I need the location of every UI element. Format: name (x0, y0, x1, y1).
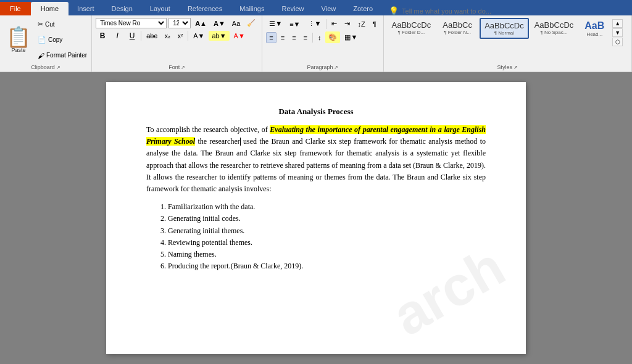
style-item-heading[interactable]: AaB Head... (579, 18, 610, 39)
document-area: arch Data Analysis Process To accomplish… (0, 72, 632, 364)
style-preview: AaBbCcDc (392, 20, 431, 30)
style-label: ¶ Folder N... (444, 30, 471, 35)
styles-down-button[interactable]: ▼ (612, 28, 623, 37)
increase-indent-button[interactable]: ⇥ (341, 18, 353, 30)
list-item-6: Producing the report.(Braun & Clarke, 20… (168, 260, 486, 272)
separator1 (141, 31, 141, 41)
show-formatting-button[interactable]: ¶ (370, 19, 380, 30)
document-page: arch Data Analysis Process To accomplish… (106, 82, 526, 354)
highlight-color-button[interactable]: ab▼ (209, 31, 229, 41)
bold-button[interactable]: B (96, 30, 109, 41)
font-size-select[interactable]: 12 (168, 18, 191, 28)
clipboard-actions: ✂ Cut 📄 Copy 🖌 Format Painter (35, 17, 89, 63)
tab-design[interactable]: Design (103, 2, 141, 15)
style-preview: AaBbCc (443, 20, 472, 30)
search-area: 💡 (381, 6, 632, 15)
tab-insert[interactable]: Insert (69, 2, 103, 15)
clear-formatting-button[interactable]: 🧹 (244, 18, 258, 28)
font-name-select[interactable]: Times New Ro (96, 18, 167, 28)
copy-label: Copy (48, 36, 62, 43)
clipboard-expand-icon[interactable]: ↗ (56, 65, 60, 70)
shading-button[interactable]: 🎨 (325, 31, 340, 43)
app-window: File Home Insert Design Layout Reference… (0, 0, 632, 364)
align-right-button[interactable]: ≡ (289, 32, 299, 43)
font-grow-button[interactable]: A▲ (193, 19, 209, 28)
ribbon: 📋 Paste ✂ Cut 📄 Copy 🖌 Format Pai (0, 15, 632, 72)
separator3 (326, 19, 326, 29)
style-item-folder-d[interactable]: AaBbCcDc ¶ Folder D... (388, 18, 436, 38)
tab-mailings[interactable]: Mailings (231, 2, 273, 15)
body-intro: To accomplish the research objective, of (146, 125, 270, 134)
paste-label: Paste (11, 47, 25, 53)
tab-review[interactable]: Review (273, 2, 313, 15)
style-preview: AaBbCcDc (484, 21, 524, 30)
sort-button[interactable]: ↕Z (354, 19, 368, 30)
format-painter-icon: 🖌 (38, 52, 44, 59)
style-label: ¶ Folder D... (397, 30, 425, 35)
tab-file[interactable]: File (0, 2, 31, 15)
styles-expand-icon[interactable]: ↗ (514, 65, 518, 70)
decrease-indent-button[interactable]: ⇤ (328, 18, 340, 30)
tab-references[interactable]: References (179, 2, 231, 15)
document-paragraph: To accomplish the research objective, of… (146, 124, 486, 195)
clipboard-group-label[interactable]: Clipboard ↗ (0, 64, 91, 70)
align-center-button[interactable]: ≡ (278, 32, 288, 43)
paste-icon: 📋 (6, 27, 31, 47)
justify-button[interactable]: ≡ (301, 32, 310, 43)
style-item-normal[interactable]: AaBbCcDc ¶ Normal (480, 18, 529, 39)
style-item-folder-n[interactable]: AaBbCc ¶ Folder N... (436, 18, 478, 38)
tab-zotero[interactable]: Zotero (344, 2, 381, 15)
paste-button[interactable]: 📋 Paste (2, 17, 35, 63)
borders-button[interactable]: ▦▼ (341, 31, 360, 43)
change-case-button[interactable]: Aa (230, 19, 243, 28)
scissors-icon: ✂ (38, 20, 43, 28)
style-label: ¶ No Spac... (541, 30, 568, 35)
style-label: Head... (586, 31, 602, 37)
list-item-3: Generating initial themes. (168, 225, 486, 237)
underline-button[interactable]: U (125, 30, 139, 41)
strikethrough-button[interactable]: abc (143, 31, 160, 41)
cut-label: Cut (45, 21, 55, 28)
tab-bar: File Home Insert Design Layout Reference… (0, 0, 632, 15)
styles-group-label[interactable]: Styles ↗ (384, 64, 631, 70)
copy-icon: 📄 (38, 36, 46, 44)
bullets-button[interactable]: ☰▼ (266, 18, 285, 30)
paragraph-expand-icon[interactable]: ↗ (334, 65, 338, 70)
document-list: Familiarization with the data. Generatin… (168, 201, 486, 272)
styles-group: AaBbCcDc ¶ Folder D... AaBbCc ¶ Folder N… (384, 15, 632, 72)
multilevel-list-button[interactable]: ⋮▼ (305, 18, 325, 30)
font-color-button2[interactable]: A▼ (231, 31, 248, 41)
separator2 (188, 31, 188, 41)
search-input[interactable] (402, 7, 625, 15)
align-left-button[interactable]: ≡ (266, 32, 276, 43)
superscript-button[interactable]: x² (175, 31, 186, 41)
clipboard-group: 📋 Paste ✂ Cut 📄 Copy 🖌 Format Pai (0, 15, 92, 72)
style-preview: AaBbCcDc (534, 20, 574, 30)
list-item-5: Naming themes. (168, 249, 486, 260)
paragraph-group-label[interactable]: Paragraph ↗ (262, 64, 383, 70)
styles-up-button[interactable]: ▲ (612, 19, 623, 28)
format-painter-button[interactable]: 🖌 Format Painter (36, 51, 89, 60)
font-shrink-button[interactable]: A▼ (211, 19, 228, 28)
copy-button[interactable]: 📄 Copy (36, 35, 89, 44)
subscript-button[interactable]: x₂ (162, 31, 173, 41)
styles-scroll-up[interactable]: ▲ ▼ ⬡ (611, 18, 624, 48)
lightbulb-icon: 💡 (389, 6, 399, 15)
line-spacing-button[interactable]: ↕ (315, 32, 325, 43)
tab-home[interactable]: Home (31, 2, 69, 15)
text-color-button[interactable]: A▼ (190, 31, 207, 41)
styles-more-button[interactable]: ⬡ (612, 38, 623, 46)
font-group-label[interactable]: Font ↗ (92, 64, 262, 70)
cut-button[interactable]: ✂ Cut (36, 20, 89, 29)
italic-button[interactable]: I (110, 30, 124, 41)
list-item-4: Reviewing potential themes. (168, 237, 486, 249)
font-group: Times New Ro 12 A▲ A▼ Aa 🧹 B I U abc x₂ … (92, 15, 262, 72)
tab-layout[interactable]: Layout (141, 2, 179, 15)
numbering-button[interactable]: ≡▼ (286, 19, 303, 30)
style-item-no-space[interactable]: AaBbCcDc ¶ No Spac... (530, 18, 578, 38)
paragraph-group: ☰▼ ≡▼ ⋮▼ ⇤ ⇥ ↕Z ¶ ≡ ≡ ≡ ≡ ↕ 🎨 ▦▼ Paragra… (262, 15, 383, 72)
tab-view[interactable]: View (313, 2, 345, 15)
font-expand-icon[interactable]: ↗ (181, 65, 185, 70)
body-cont: the researcher used the Braun and Clarke… (146, 137, 486, 193)
separator4 (312, 33, 313, 43)
